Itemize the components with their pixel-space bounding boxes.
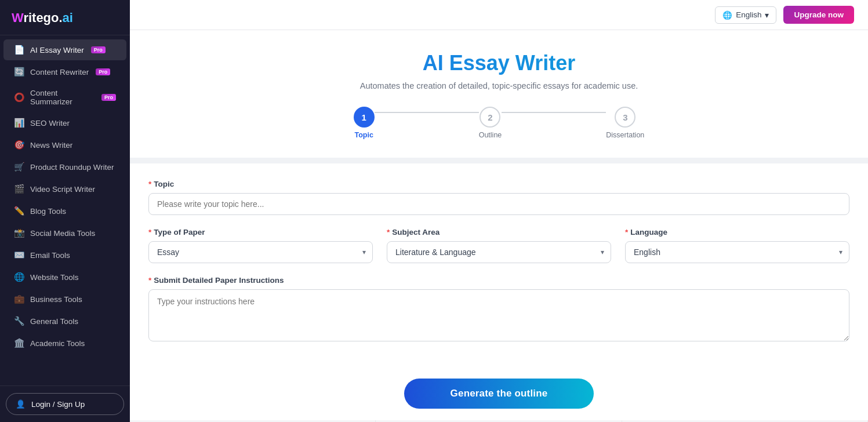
product-icon: 🛒 (14, 162, 24, 172)
pro-badge: Pro (96, 68, 110, 75)
language-wrapper: English Spanish French German ▾ (625, 241, 849, 263)
instructions-section: * Submit Detailed Paper Instructions (148, 276, 849, 344)
website-icon: 🌐 (14, 272, 24, 282)
login-icon: 👤 (16, 399, 26, 409)
sidebar-item-general-tools[interactable]: 🔧 General Tools (3, 311, 126, 332)
sidebar: Writego.ai 📄 AI Essay Writer Pro 🔄 Conte… (0, 0, 130, 422)
type-of-paper-wrapper: Essay Research Paper Thesis Case Study ▾ (148, 241, 373, 263)
sidebar-item-product-roundup-writer[interactable]: 🛒 Product Roundup Writer (3, 157, 126, 177)
subject-area-label: * Subject Area (387, 228, 611, 237)
sidebar-item-label: Social Media Tools (30, 229, 95, 238)
topic-input[interactable] (148, 193, 849, 215)
logo-ai: ai (63, 10, 73, 25)
sidebar-item-label: SEO Writer (30, 119, 70, 128)
language-select[interactable]: English Spanish French German (625, 241, 849, 263)
generate-button[interactable]: Generate the outline (404, 379, 594, 409)
type-of-paper-label: * Type of Paper (148, 228, 373, 237)
step-2-circle: 2 (480, 107, 500, 128)
sidebar-item-label: Email Tools (30, 251, 70, 260)
hero-section: AI Essay Writer Automates the creation o… (130, 30, 868, 158)
language-col: * Language English Spanish French German… (625, 228, 849, 263)
sidebar-item-seo-writer[interactable]: 📊 SEO Writer (3, 112, 126, 133)
required-star: * (148, 180, 151, 188)
sidebar-item-business-tools[interactable]: 💼 Business Tools (3, 289, 126, 310)
subject-area-wrapper: Literature & Language Science History Ma… (387, 241, 611, 263)
general-icon: 🔧 (14, 316, 24, 326)
login-label: Login / Sign Up (31, 400, 85, 409)
seo-icon: 📊 (14, 118, 24, 128)
step-3-number: 3 (623, 112, 627, 122)
sidebar-item-label: AI Essay Writer (30, 46, 84, 54)
type-of-paper-select[interactable]: Essay Research Paper Thesis Case Study (148, 241, 373, 263)
social-icon: 📸 (14, 228, 24, 238)
sidebar-item-ai-essay-writer[interactable]: 📄 AI Essay Writer Pro (3, 39, 126, 60)
instructions-textarea[interactable] (148, 289, 849, 341)
news-icon: 🎯 (14, 140, 24, 150)
stepper: 1 Topic 2 Outline 3 Dissertation (144, 107, 854, 139)
type-of-paper-col: * Type of Paper Essay Research Paper The… (148, 228, 373, 263)
step-1-wrapper: 1 Topic (354, 107, 375, 139)
sidebar-item-academic-tools[interactable]: 🏛️ Academic Tools (3, 333, 126, 354)
pro-badge: Pro (91, 46, 106, 53)
sidebar-item-label: General Tools (30, 317, 78, 326)
step-2-number: 2 (488, 112, 492, 122)
step-3-wrapper: 3 Dissertation (606, 107, 644, 139)
step-1-circle: 1 (354, 107, 375, 128)
sidebar-bottom: 👤 Login / Sign Up (0, 385, 130, 422)
sidebar-item-label: News Writer (30, 141, 72, 150)
upgrade-button[interactable]: Upgrade now (783, 6, 854, 24)
step-2-label: Outline (479, 131, 502, 139)
step-1-label: Topic (354, 131, 373, 139)
step-line-2 (502, 112, 606, 113)
instructions-label: * Submit Detailed Paper Instructions (148, 276, 849, 285)
generate-button-wrapper: Generate the outline (130, 362, 868, 420)
email-icon: ✉️ (14, 250, 24, 260)
video-icon: 🎬 (14, 184, 24, 194)
globe-icon: 🌐 (722, 10, 732, 20)
essay-icon: 📄 (14, 45, 24, 55)
rewriter-icon: 🔄 (14, 67, 24, 77)
sidebar-item-label: Website Tools (30, 273, 79, 282)
step-3-label: Dissertation (606, 131, 644, 139)
page-title: AI Essay Writer (144, 51, 854, 75)
step-2-wrapper: 2 Outline (479, 107, 502, 139)
business-icon: 💼 (14, 294, 24, 304)
topbar: 🌐 English ▾ Upgrade now (130, 0, 868, 30)
sidebar-item-video-script-writer[interactable]: 🎬 Video Script Writer (3, 179, 126, 199)
language-dropdown[interactable]: 🌐 English ▾ (715, 6, 776, 24)
sidebar-item-blog-tools[interactable]: ✏️ Blog Tools (3, 201, 126, 221)
sidebar-item-label: Business Tools (30, 295, 82, 304)
sidebar-item-label: Video Script Writer (30, 185, 95, 194)
sidebar-item-content-summarizer[interactable]: ⭕ Content Summarizer Pro (3, 83, 126, 111)
sidebar-item-label: Product Roundup Writer (30, 163, 114, 172)
step-3-circle: 3 (615, 107, 635, 128)
sidebar-item-website-tools[interactable]: 🌐 Website Tools (3, 267, 126, 288)
summarizer-icon: ⭕ (14, 92, 24, 103)
language-label: * Language (625, 228, 849, 237)
hero-subtitle: Automates the creation of detailed, topi… (144, 81, 854, 90)
login-button[interactable]: 👤 Login / Sign Up (6, 393, 124, 415)
subject-area-select[interactable]: Literature & Language Science History Ma… (387, 241, 611, 263)
step-1-number: 1 (362, 112, 366, 122)
sidebar-item-label: Content Summarizer (30, 89, 95, 106)
main-content: 🌐 English ▾ Upgrade now AI Essay Writer … (130, 0, 868, 422)
sidebar-item-label: Academic Tools (30, 339, 85, 348)
form-area: * Topic * Type of Paper Essay Research P… (130, 163, 868, 362)
topic-field-group: * Topic (148, 180, 849, 215)
sidebar-item-label: Content Rewriter (30, 68, 89, 77)
pro-badge: Pro (101, 94, 116, 101)
academic-icon: 🏛️ (14, 338, 24, 348)
sidebar-item-news-writer[interactable]: 🎯 News Writer (3, 134, 126, 155)
logo-rest: ritego. (23, 10, 62, 25)
topic-label: * Topic (148, 180, 849, 188)
sidebar-item-social-media-tools[interactable]: 📸 Social Media Tools (3, 223, 126, 243)
sidebar-logo: Writego.ai (0, 0, 130, 35)
sidebar-item-email-tools[interactable]: ✉️ Email Tools (3, 245, 126, 265)
sidebar-item-label: Blog Tools (30, 207, 66, 216)
step-line-1 (375, 112, 479, 113)
form-row-selects: * Type of Paper Essay Research Paper The… (148, 228, 849, 263)
logo-w: W (12, 10, 23, 25)
sidebar-item-content-rewriter[interactable]: 🔄 Content Rewriter Pro (3, 61, 126, 82)
subject-area-col: * Subject Area Literature & Language Sci… (387, 228, 611, 263)
language-label: English (736, 10, 761, 19)
